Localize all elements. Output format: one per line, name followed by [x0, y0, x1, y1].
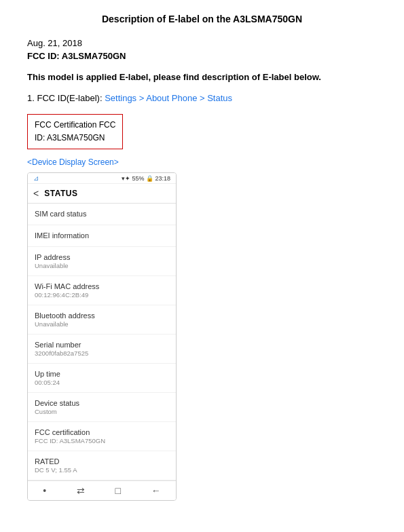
- phone-screen-title: STATUS: [44, 189, 77, 198]
- fcc-box-line2: ID: A3LSMA750GN: [35, 132, 115, 145]
- list-item[interactable]: IP address Unavailable: [28, 247, 176, 276]
- item-label: IP address: [35, 253, 169, 261]
- nav-home-icon[interactable]: □: [115, 485, 121, 496]
- list-item[interactable]: Bluetooth address Unavailable: [28, 305, 176, 335]
- list-item[interactable]: SIM card status: [28, 204, 176, 225]
- fcc-box-line1: FCC Certification FCC: [35, 119, 115, 132]
- nav-recent-icon[interactable]: •: [43, 485, 46, 496]
- description-text: This model is applied E-label, please fi…: [27, 72, 377, 82]
- status-icons: ▾✦ 55% 🔒 23:18: [122, 175, 170, 182]
- back-arrow-icon[interactable]: <: [33, 188, 39, 199]
- phone-mockup: ⊿ ▾✦ 55% 🔒 23:18 < STATUS SIM card statu…: [27, 172, 177, 501]
- item-label: Wi-Fi MAC address: [35, 282, 169, 290]
- phone-status-bar: ⊿ ▾✦ 55% 🔒 23:18: [28, 173, 176, 184]
- device-display-label: <Device Display Screen>: [27, 157, 377, 167]
- item-value: DC 5 V; 1.55 A: [35, 466, 169, 474]
- item-value: 00:12:96:4C:2B:49: [35, 291, 169, 299]
- item-value: Unavailable: [35, 262, 169, 269]
- item-label: RATED: [35, 457, 169, 466]
- page-title: Description of E-label on the A3LSMA750G…: [27, 14, 377, 24]
- date: Aug. 21, 2018: [27, 38, 377, 48]
- list-item[interactable]: FCC certification FCC ID: A3LSMA750GN: [28, 422, 176, 451]
- item-label: Bluetooth address: [35, 311, 169, 320]
- item-value: 00:05:24: [35, 379, 169, 386]
- item-label: IMEI information: [35, 231, 169, 240]
- fcc-instruction: 1. FCC ID(E-label): Settings > About Pho…: [27, 93, 377, 103]
- list-item[interactable]: Wi-Fi MAC address 00:12:96:4C:2B:49: [28, 276, 176, 305]
- item-label: Serial number: [35, 341, 169, 349]
- fcc-certification-box: FCC Certification FCC ID: A3LSMA750GN: [27, 114, 123, 149]
- item-label: Up time: [35, 370, 169, 378]
- phone-nav-bar: • ⇄ □ ←: [28, 480, 176, 500]
- list-item[interactable]: IMEI information: [28, 225, 176, 247]
- nav-back-icon[interactable]: ←: [151, 485, 161, 496]
- phone-header: < STATUS: [28, 184, 176, 204]
- item-label: FCC certification: [35, 428, 169, 436]
- list-item[interactable]: Device status Custom: [28, 393, 176, 422]
- item-value: Unavailable: [35, 320, 169, 328]
- item-value: FCC ID: A3LSMA750GN: [35, 437, 169, 444]
- fcc-id-header: FCC ID: A3LSMA750GN: [27, 51, 377, 61]
- item-value: 3200f0fab82a7525: [35, 349, 169, 357]
- item-value: Custom: [35, 408, 169, 415]
- settings-path-link[interactable]: Settings > About Phone > Status: [105, 93, 232, 103]
- item-label: Device status: [35, 399, 169, 407]
- instruction-prefix: 1. FCC ID(E-label):: [27, 93, 105, 103]
- list-item[interactable]: Up time 00:05:24: [28, 364, 176, 393]
- nav-share-icon[interactable]: ⇄: [77, 485, 85, 496]
- signal-icon: ⊿: [33, 174, 39, 182]
- list-item[interactable]: RATED DC 5 V; 1.55 A: [28, 451, 176, 480]
- phone-status-list: SIM card status IMEI information IP addr…: [28, 204, 176, 480]
- item-label: SIM card status: [35, 210, 169, 218]
- list-item[interactable]: Serial number 3200f0fab82a7525: [28, 335, 176, 364]
